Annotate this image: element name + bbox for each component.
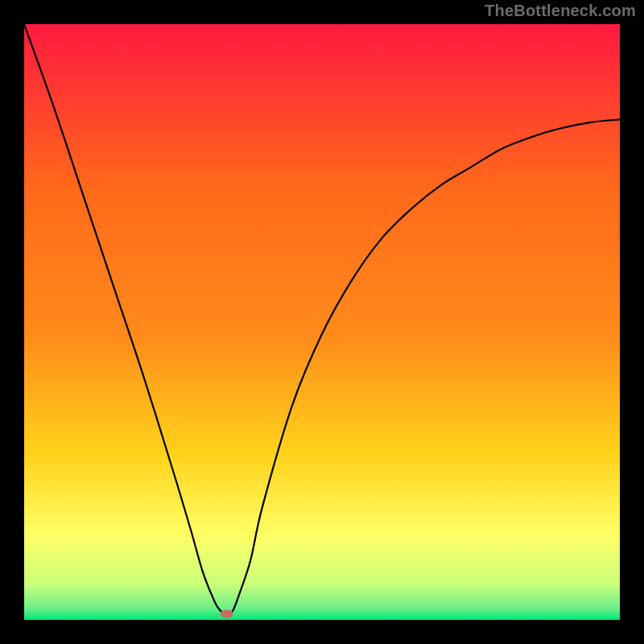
chart-container: TheBottleneck.com — [0, 0, 644, 644]
chart-svg — [24, 24, 620, 620]
chart-background — [24, 24, 620, 620]
optimal-point-marker — [221, 610, 233, 618]
watermark-text: TheBottleneck.com — [0, 2, 636, 20]
plot-area — [24, 24, 620, 620]
